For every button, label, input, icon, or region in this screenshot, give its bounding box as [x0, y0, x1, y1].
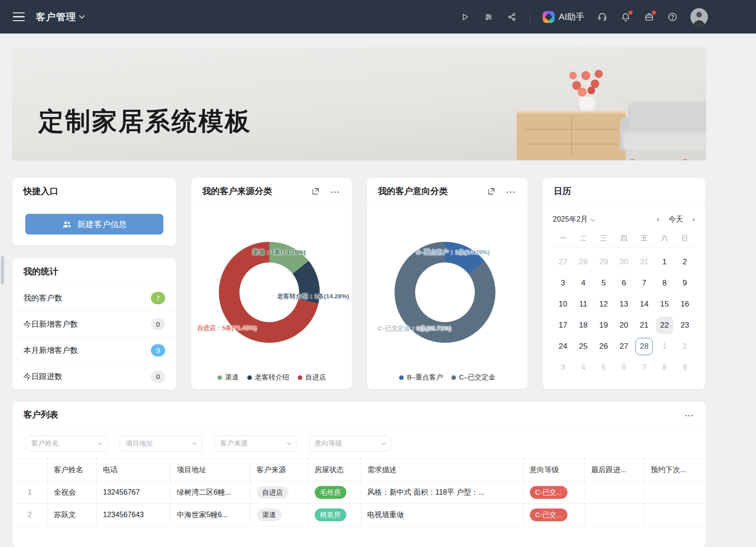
intent-cell[interactable]: C-已交... [523, 504, 584, 526]
legend-item[interactable]: 老客转介绍 [247, 373, 289, 382]
column-header[interactable]: 意向等级 [523, 459, 584, 481]
calendar-day[interactable]: 3 [554, 359, 572, 376]
legend-item[interactable]: 渠道 [217, 373, 239, 382]
column-header[interactable]: 最后跟进... [584, 459, 644, 481]
ai-assistant-button[interactable]: AI助手 [543, 11, 584, 23]
workbench-briefcase-icon[interactable] [644, 11, 655, 22]
calendar-day[interactable]: 8 [656, 274, 673, 292]
calendar-day[interactable]: 11 [574, 296, 592, 313]
phone-cell[interactable]: 132456767 [96, 481, 170, 504]
notifications-bell-icon[interactable] [620, 11, 631, 22]
calendar-day[interactable]: 2 [676, 253, 694, 271]
calendar-next-icon[interactable]: › [692, 215, 695, 224]
last-follow-cell[interactable] [584, 504, 644, 526]
calendar-day[interactable]: 25 [574, 338, 592, 355]
column-header[interactable]: 项目地址 [170, 459, 250, 481]
calendar-day[interactable]: 22 [656, 317, 673, 334]
intent-cell[interactable]: C-已交... [523, 481, 584, 504]
open-in-new-icon[interactable] [311, 187, 320, 195]
calendar-day[interactable]: 14 [635, 296, 653, 313]
customer-name-cell[interactable]: 全祝会 [47, 481, 96, 504]
calendar-day[interactable]: 18 [574, 317, 592, 334]
source-cell[interactable]: 自进店 [250, 481, 308, 504]
calendar-day[interactable]: 17 [554, 317, 572, 334]
calendar-day[interactable]: 1 [656, 253, 673, 271]
calendar-day[interactable]: 10 [554, 296, 572, 313]
column-header[interactable]: 客户姓名 [47, 459, 96, 481]
calendar-day[interactable]: 9 [676, 359, 694, 376]
stat-row[interactable]: 今日新增客户数0 [12, 311, 176, 337]
calendar-day[interactable]: 12 [595, 296, 612, 313]
stat-row[interactable]: 我的客户数7 [12, 285, 176, 311]
calendar-day[interactable]: 23 [676, 317, 694, 334]
calendar-day[interactable]: 2 [676, 338, 694, 355]
calendar-day[interactable]: 27 [615, 338, 633, 355]
calendar-day[interactable]: 24 [554, 338, 572, 355]
last-follow-cell[interactable] [584, 481, 644, 504]
calendar-day[interactable]: 29 [595, 253, 612, 271]
calendar-day[interactable]: 7 [635, 359, 653, 376]
calendar-prev-icon[interactable]: ‹ [657, 215, 660, 224]
calendar-day[interactable]: 15 [656, 296, 673, 313]
help-icon[interactable] [667, 11, 678, 22]
column-header[interactable]: 预约下次... [644, 459, 706, 481]
next-appointment-cell[interactable] [644, 481, 706, 504]
legend-item[interactable]: 自进店 [298, 373, 326, 382]
calendar-day[interactable]: 30 [615, 253, 633, 271]
app-switcher[interactable]: 客户管理 [36, 11, 84, 23]
calendar-day[interactable]: 4 [574, 274, 592, 292]
new-customer-button[interactable]: 新建客户信息 [25, 214, 163, 234]
open-in-new-icon[interactable] [487, 187, 495, 195]
filter-select[interactable]: 客户姓名 [25, 435, 108, 452]
calendar-today-button[interactable]: 今天 [668, 215, 683, 224]
more-options-icon[interactable]: … [506, 190, 517, 193]
stat-row[interactable]: 今日跟进数0 [12, 363, 176, 390]
stat-row[interactable]: 本月新增客户数3 [12, 337, 176, 363]
calendar-day-today[interactable]: 28 [635, 338, 653, 355]
column-header[interactable]: 需求描述 [361, 459, 523, 481]
address-cell[interactable]: 绿树湾二区6幢... [170, 481, 250, 504]
calendar-day[interactable]: 9 [676, 274, 694, 292]
calendar-day[interactable]: 6 [615, 359, 633, 376]
calendar-day[interactable]: 26 [595, 338, 612, 355]
calendar-day[interactable]: 19 [595, 317, 612, 334]
house-status-cell[interactable]: 毛坯房 [308, 481, 361, 504]
demand-cell[interactable]: 风格：新中式 面积：118平 户型：... [361, 481, 523, 504]
filter-select[interactable]: 客户来源 [214, 435, 297, 452]
calendar-day[interactable]: 5 [595, 274, 612, 292]
calendar-day[interactable]: 21 [635, 317, 653, 334]
calendar-day[interactable]: 4 [574, 359, 592, 376]
user-avatar[interactable] [690, 8, 708, 26]
phone-cell[interactable]: 1234567643 [96, 504, 170, 526]
calendar-day[interactable]: 3 [554, 274, 572, 292]
legend-item[interactable]: C–已交定金 [451, 373, 495, 382]
calendar-day[interactable]: 5 [595, 359, 612, 376]
column-header[interactable]: 电话 [96, 459, 170, 481]
calendar-day[interactable]: 27 [554, 253, 572, 271]
support-headset-icon[interactable] [597, 11, 608, 22]
calendar-day[interactable]: 6 [615, 274, 633, 292]
legend-item[interactable]: B–重点客户 [399, 373, 443, 382]
calendar-month-select[interactable]: 2025年2月 [553, 215, 595, 224]
menu-icon[interactable] [13, 12, 25, 22]
calendar-day[interactable]: 20 [615, 317, 633, 334]
calendar-day[interactable]: 16 [676, 296, 694, 313]
calendar-day[interactable]: 8 [656, 359, 673, 376]
house-status-cell[interactable]: 精装房 [308, 504, 361, 526]
more-options-icon[interactable]: … [330, 190, 341, 193]
filter-select[interactable]: 意向等级 [309, 435, 391, 452]
share-icon[interactable] [506, 11, 517, 22]
next-appointment-cell[interactable] [644, 504, 706, 526]
customer-name-cell[interactable]: 苏跃文 [47, 504, 96, 526]
calendar-day[interactable]: 13 [615, 296, 633, 313]
calendar-day[interactable]: 28 [574, 253, 592, 271]
table-row[interactable]: 1全祝会132456767绿树湾二区6幢...自进店毛坯房风格：新中式 面积：1… [12, 481, 706, 504]
calendar-day[interactable]: 7 [635, 274, 653, 292]
filter-select[interactable]: 项目地址 [120, 435, 202, 452]
run-icon[interactable] [460, 11, 471, 22]
address-cell[interactable]: 中海世家5幢6... [170, 504, 250, 526]
table-row[interactable]: 2苏跃文1234567643中海世家5幢6...渠道精装房电视墙重做C-已交..… [12, 504, 706, 526]
column-header[interactable]: 房屋状态 [308, 459, 361, 481]
settings-sliders-icon[interactable] [483, 11, 494, 22]
demand-cell[interactable]: 电视墙重做 [361, 504, 523, 526]
